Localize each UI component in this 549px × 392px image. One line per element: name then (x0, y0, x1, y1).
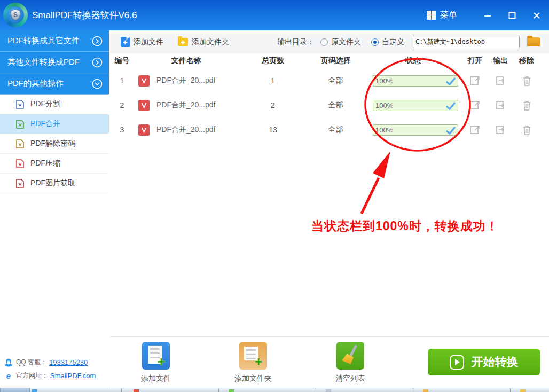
start-convert-button[interactable]: 开始转换 (428, 349, 540, 375)
page-range: 全部 (308, 76, 364, 85)
col-header-range: 页码选择 (308, 56, 364, 66)
open-file-button[interactable] (469, 124, 481, 136)
qq-label: QQ 客服： (16, 358, 47, 367)
delete-button[interactable] (522, 124, 532, 136)
pdf-doc-icon (16, 179, 24, 188)
sidebar-item-label: PDF压缩 (30, 159, 60, 168)
browser-e-icon: e (4, 372, 13, 380)
page-count: 1 (238, 76, 308, 85)
progress-bar: 100% (373, 100, 458, 111)
sidebar-item-pdf-remove-password[interactable]: PDF解除密码 (0, 134, 109, 154)
check-icon (445, 101, 456, 110)
clear-list-icon (336, 342, 364, 370)
pdf-file-icon (138, 100, 150, 111)
section-label: PDF转换成其它文件 (7, 36, 92, 46)
radio-custom[interactable]: 自定义 (371, 30, 404, 53)
file-name: PDF合并_20...pdf (156, 100, 216, 110)
add-folder-label: 添加文件夹 (192, 37, 229, 47)
page-count: 2 (238, 101, 308, 109)
folder-icon (527, 37, 540, 46)
qq-number-link[interactable]: 1933175230 (49, 358, 88, 366)
site-label: 官方网址： (16, 371, 48, 380)
support-info: QQ 客服： 1933175230 e 官方网址： SmallPDF.com (0, 356, 109, 382)
section-label: PDF的其他操作 (7, 79, 92, 89)
clear-list-label: 清空列表 (326, 374, 374, 383)
sidebar: PDF转换成其它文件 其他文件转换成PDF PDF的其他操作 PDF分割 PDF… (0, 30, 109, 388)
toolbar: + 添加文件 + 添加文件夹 输出目录： 原文件夹 自定义 (110, 30, 549, 53)
browse-folder-button[interactable] (526, 35, 541, 48)
minimize-button[interactable] (475, 0, 500, 30)
add-file-label: 添加文件 (134, 37, 163, 47)
sidebar-item-label: PDF合并 (30, 119, 60, 129)
col-header-open: 打开 (462, 56, 488, 66)
col-header-output: 输出 (488, 56, 513, 66)
add-folder-icon: + (178, 38, 188, 46)
app-window: S SmallPDF转换器软件V6.6 菜单 PDF转换成其它文件 (0, 0, 549, 392)
maximize-icon (508, 12, 516, 19)
chevron-right-circle-icon (92, 36, 103, 46)
app-logo-icon: S (3, 3, 28, 27)
sidebar-item-pdf-split[interactable]: PDF分割 (0, 95, 109, 114)
bottom-panel: + 添加文件 + 添加文件夹 清空列表 开始转换 (110, 336, 549, 388)
pdf-doc-icon (16, 120, 24, 129)
chevron-right-circle-icon (92, 57, 103, 68)
add-folder-big-button[interactable]: + 添加文件夹 (229, 342, 277, 383)
progress-bar: 100% (373, 75, 458, 87)
open-output-button[interactable] (495, 124, 506, 135)
add-file-icon: + (121, 37, 130, 47)
sidebar-section-other-to-pdf[interactable]: 其他文件转换成PDF (0, 52, 109, 73)
table-row[interactable]: 1 PDF合并_20...pdf 1 全部 100% (110, 68, 549, 93)
row-number: 2 (110, 101, 134, 109)
radio-custom-label: 自定义 (382, 37, 404, 47)
pdf-doc-icon (16, 159, 24, 168)
page-count: 13 (238, 126, 308, 134)
open-file-button[interactable] (469, 99, 481, 111)
open-output-button[interactable] (495, 100, 506, 111)
radio-original-label: 原文件夹 (331, 37, 361, 47)
file-name: PDF合并_20...pdf (156, 125, 216, 135)
sidebar-section-pdf-to-other[interactable]: PDF转换成其它文件 (0, 30, 109, 52)
delete-button[interactable] (522, 75, 532, 87)
add-file-big-icon: + (142, 342, 170, 370)
delete-button[interactable] (522, 100, 532, 111)
play-icon (450, 355, 464, 370)
menu-label: 菜单 (440, 10, 457, 21)
add-folder-big-label: 添加文件夹 (229, 374, 277, 383)
sidebar-item-pdf-extract-images[interactable]: PDF图片获取 (0, 174, 109, 193)
close-icon (533, 12, 540, 19)
section-label: 其他文件转换成PDF (7, 57, 92, 67)
check-icon (445, 77, 456, 85)
site-link[interactable]: SmallPDF.com (50, 372, 96, 380)
progress-value: 100% (373, 101, 393, 109)
taskbar-strip[interactable] (0, 388, 549, 392)
maximize-button[interactable] (500, 0, 524, 30)
add-file-button[interactable]: + 添加文件 (121, 30, 163, 53)
file-name: PDF合并_20...pdf (156, 76, 216, 85)
start-convert-label: 开始转换 (472, 354, 519, 370)
row-number: 1 (110, 76, 134, 85)
add-file-big-button[interactable]: + 添加文件 (132, 342, 180, 383)
sidebar-item-pdf-compress[interactable]: PDF压缩 (0, 154, 109, 174)
progress-value: 100% (373, 77, 393, 85)
add-folder-big-icon: + (239, 342, 267, 370)
radio-selected-icon (371, 38, 379, 46)
progress-value: 100% (373, 126, 393, 134)
sidebar-item-label: PDF解除密码 (30, 139, 75, 148)
close-button[interactable] (524, 0, 549, 30)
table-row[interactable]: 3 PDF合并_20...pdf 13 全部 100% (110, 117, 549, 142)
col-header-pages: 总页数 (238, 56, 308, 66)
menu-button[interactable]: 菜单 (427, 10, 457, 21)
sidebar-item-pdf-merge[interactable]: PDF合并 (0, 114, 109, 134)
sidebar-section-pdf-other-ops[interactable]: PDF的其他操作 (0, 73, 109, 95)
add-folder-button[interactable]: + 添加文件夹 (178, 30, 229, 53)
output-path-input[interactable] (413, 36, 520, 48)
clear-list-button[interactable]: 清空列表 (326, 342, 374, 383)
radio-original-folder[interactable]: 原文件夹 (320, 30, 361, 53)
title-bar: S SmallPDF转换器软件V6.6 菜单 (0, 0, 549, 30)
table-row[interactable]: 2 PDF合并_20...pdf 2 全部 100% (110, 93, 549, 117)
menu-grid-icon (427, 11, 436, 20)
sidebar-item-label: PDF分割 (30, 99, 60, 109)
open-output-button[interactable] (495, 75, 506, 86)
col-header-filename: 文件名称 (134, 56, 238, 66)
open-file-button[interactable] (469, 75, 481, 87)
